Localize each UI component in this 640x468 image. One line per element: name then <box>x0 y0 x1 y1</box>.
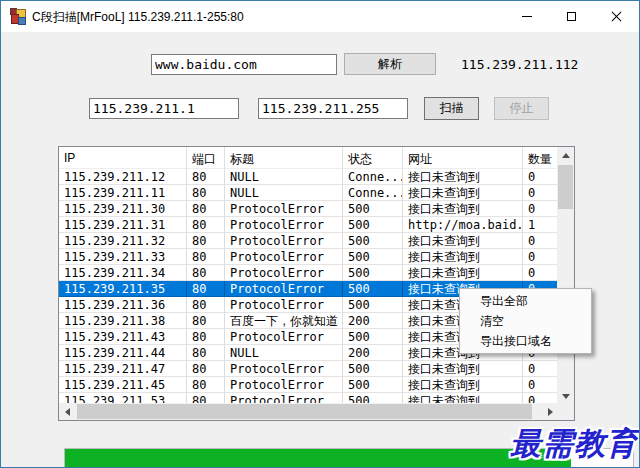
table-cell: 接口未查询到 <box>403 201 523 217</box>
scroll-up-icon[interactable] <box>557 147 574 164</box>
context-menu: 导出全部清空导出接口域名 <box>459 288 592 354</box>
table-cell: 80 <box>187 249 225 265</box>
table-cell: http://moa.baid... <box>403 217 523 233</box>
table-cell: ProtocolError <box>225 233 343 249</box>
table-cell: 80 <box>187 265 225 281</box>
column-header[interactable]: 网址 <box>403 147 523 169</box>
table-cell: 115.239.211.43 <box>59 329 187 345</box>
table-row[interactable]: 115.239.211.3280ProtocolError500接口未查询到0 <box>59 233 559 249</box>
table-cell: 0 <box>523 249 559 265</box>
table-row[interactable]: 115.239.211.3480ProtocolError500接口未查询到0 <box>59 265 559 281</box>
table-cell: 80 <box>187 313 225 329</box>
column-header[interactable]: 数量 <box>523 147 559 169</box>
table-cell: ProtocolError <box>225 377 343 393</box>
table-cell: 0 <box>523 169 559 185</box>
table-cell: 接口未查询到 <box>403 265 523 281</box>
table-header: IP端口标题状态网址数量 <box>59 147 559 169</box>
close-icon <box>611 11 622 22</box>
table-cell: ProtocolError <box>225 329 343 345</box>
table-cell: ProtocolError <box>225 361 343 377</box>
table-cell: 80 <box>187 297 225 313</box>
table-cell: 接口未查询到 <box>403 233 523 249</box>
table-cell: 80 <box>187 281 225 297</box>
menu-item-export-all[interactable]: 导出全部 <box>461 291 590 311</box>
table-row[interactable]: 115.239.211.4780ProtocolError500接口未查询到0 <box>59 361 559 377</box>
window-title: C段扫描[MrFooL] 115.239.211.1-255:80 <box>32 9 244 26</box>
app-icon <box>10 8 27 25</box>
table-cell: 115.239.211.47 <box>59 361 187 377</box>
table-cell: 0 <box>523 361 559 377</box>
scrollbar-corner <box>557 403 574 420</box>
vertical-scroll-thumb[interactable] <box>558 165 573 209</box>
table-cell: 115.239.211.38 <box>59 313 187 329</box>
table-cell: 500 <box>343 377 403 393</box>
table-cell: 500 <box>343 329 403 345</box>
resolved-ip-label: 115.239.211.112 <box>461 57 578 72</box>
table-cell: 80 <box>187 233 225 249</box>
table-cell: 80 <box>187 185 225 201</box>
table-cell: ProtocolError <box>225 217 343 233</box>
minimize-button[interactable] <box>504 1 549 32</box>
domain-input[interactable] <box>151 54 337 75</box>
table-cell: 500 <box>343 201 403 217</box>
table-cell: 接口未查询到 <box>403 249 523 265</box>
horizontal-scrollbar[interactable] <box>59 403 559 420</box>
maximize-button[interactable] <box>549 1 594 32</box>
table-cell: 接口未查询到 <box>403 377 523 393</box>
table-cell: 115.239.211.30 <box>59 201 187 217</box>
table-cell: 115.239.211.12 <box>59 169 187 185</box>
table-cell: 接口未查询到 <box>403 361 523 377</box>
scan-button[interactable]: 扫描 <box>424 97 479 120</box>
table-row[interactable]: 115.239.211.3080ProtocolError500接口未查询到0 <box>59 201 559 217</box>
scroll-left-icon[interactable] <box>59 403 76 420</box>
horizontal-scroll-thumb[interactable] <box>77 404 532 419</box>
table-cell: 115.239.211.32 <box>59 233 187 249</box>
table-cell: 0 <box>523 201 559 217</box>
table-cell: 接口未查询到 <box>403 169 523 185</box>
range-end-input[interactable] <box>258 98 408 119</box>
table-cell: 0 <box>523 185 559 201</box>
table-cell: 200 <box>343 345 403 361</box>
vertical-scrollbar[interactable] <box>557 147 574 405</box>
column-header[interactable]: 标题 <box>225 147 343 169</box>
table-cell: 115.239.211.31 <box>59 217 187 233</box>
table-cell: 115.239.211.33 <box>59 249 187 265</box>
minimize-icon <box>522 16 532 17</box>
table-cell: ProtocolError <box>225 281 343 297</box>
table-cell: Conne... <box>343 185 403 201</box>
table-cell: 500 <box>343 297 403 313</box>
table-cell: 115.239.211.34 <box>59 265 187 281</box>
table-cell: 80 <box>187 169 225 185</box>
progress-fill <box>65 449 571 468</box>
table-cell: 115.239.211.35 <box>59 281 187 297</box>
table-cell: NULL <box>225 345 343 361</box>
table-cell: 115.239.211.11 <box>59 185 187 201</box>
menu-item-clear[interactable]: 清空 <box>461 311 590 331</box>
table-cell: 500 <box>343 281 403 297</box>
table-row[interactable]: 115.239.211.1280NULLConne...接口未查询到0 <box>59 169 559 185</box>
table-cell: ProtocolError <box>225 249 343 265</box>
table-cell: 1 <box>523 217 559 233</box>
table-cell: ProtocolError <box>225 297 343 313</box>
table-cell: 200 <box>343 313 403 329</box>
table-row[interactable]: 115.239.211.1180NULLConne...接口未查询到0 <box>59 185 559 201</box>
maximize-icon <box>567 12 576 21</box>
table-cell: 80 <box>187 217 225 233</box>
range-start-input[interactable] <box>89 98 239 119</box>
table-cell: 80 <box>187 361 225 377</box>
table-cell: 80 <box>187 345 225 361</box>
close-button[interactable] <box>594 1 639 32</box>
table-cell: 80 <box>187 329 225 345</box>
table-cell: 0 <box>523 233 559 249</box>
table-row[interactable]: 115.239.211.3180ProtocolError500http://m… <box>59 217 559 233</box>
column-header[interactable]: 端口 <box>187 147 225 169</box>
table-cell: 0 <box>523 265 559 281</box>
table-row[interactable]: 115.239.211.4580ProtocolError500接口未查询到0 <box>59 377 559 393</box>
table-cell: ProtocolError <box>225 265 343 281</box>
resolve-button[interactable]: 解析 <box>344 53 436 75</box>
menu-item-export-domains[interactable]: 导出接口域名 <box>461 331 590 351</box>
table-cell: 接口未查询到 <box>403 185 523 201</box>
column-header[interactable]: 状态 <box>343 147 403 169</box>
column-header[interactable]: IP <box>59 147 187 169</box>
table-row[interactable]: 115.239.211.3380ProtocolError500接口未查询到0 <box>59 249 559 265</box>
